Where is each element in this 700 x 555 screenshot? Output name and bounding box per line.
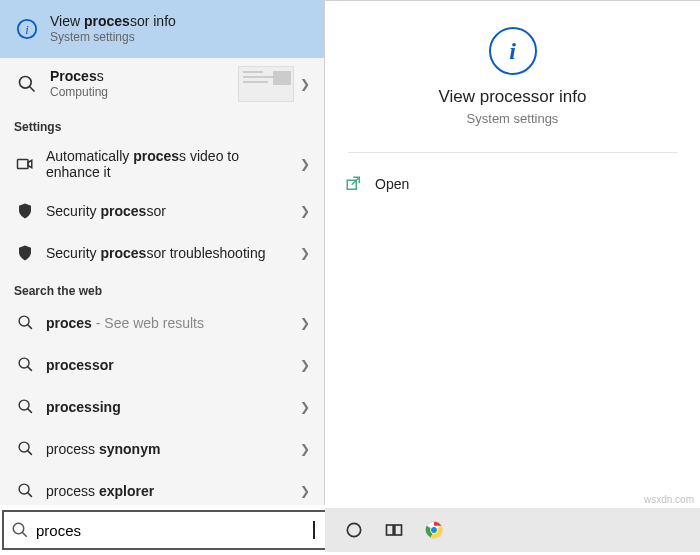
- search-box[interactable]: [2, 510, 327, 550]
- search-icon: [14, 438, 36, 460]
- svg-rect-4: [18, 159, 29, 168]
- info-icon: i: [14, 16, 40, 42]
- svg-point-9: [19, 400, 29, 410]
- chevron-right-icon: ❯: [294, 484, 310, 498]
- section-header-settings: Settings: [0, 110, 324, 138]
- search-icon: [14, 312, 36, 334]
- web-suggestion-item[interactable]: proces - See web results ❯: [0, 302, 324, 344]
- web-suggestion-item[interactable]: process explorer ❯: [0, 470, 324, 505]
- search-results-pane: i View processor info System settings: [0, 0, 325, 505]
- svg-point-11: [19, 442, 29, 452]
- svg-line-10: [27, 409, 31, 413]
- detail-subtitle: System settings: [467, 111, 559, 126]
- svg-rect-23: [387, 525, 394, 535]
- open-icon: [345, 175, 363, 193]
- svg-point-27: [431, 527, 437, 533]
- chevron-right-icon: ❯: [294, 77, 310, 91]
- secondary-result-text: Process Computing: [50, 67, 232, 101]
- secondary-result-item[interactable]: Process Computing ❯: [0, 58, 324, 110]
- chevron-right-icon: ❯: [294, 358, 310, 372]
- search-input[interactable]: [36, 512, 313, 548]
- svg-text:i: i: [25, 22, 29, 36]
- search-icon: [14, 354, 36, 376]
- svg-point-7: [19, 358, 29, 368]
- chevron-right-icon: ❯: [294, 400, 310, 414]
- svg-line-8: [27, 367, 31, 371]
- search-icon: [14, 396, 36, 418]
- search-icon: [4, 521, 36, 539]
- svg-point-22: [347, 523, 360, 536]
- web-suggestion-item[interactable]: process synonym ❯: [0, 428, 324, 470]
- settings-item[interactable]: Automatically process video to enhance i…: [0, 138, 324, 190]
- divider: [348, 152, 678, 153]
- svg-line-6: [27, 325, 31, 329]
- chevron-right-icon: ❯: [294, 442, 310, 456]
- open-label: Open: [375, 176, 409, 192]
- svg-line-21: [22, 532, 27, 537]
- best-match-item[interactable]: i View processor info System settings: [0, 0, 324, 58]
- best-match-text: View processor info System settings: [50, 12, 310, 46]
- svg-line-3: [30, 86, 35, 91]
- svg-point-5: [19, 316, 29, 326]
- chevron-right-icon: ❯: [294, 157, 310, 171]
- bottom-bar: [0, 505, 700, 555]
- section-header-web: Search the web: [0, 274, 324, 302]
- svg-rect-24: [395, 525, 402, 535]
- svg-line-12: [27, 451, 31, 455]
- svg-point-13: [19, 484, 29, 494]
- cortana-icon[interactable]: [343, 519, 365, 541]
- result-thumbnail: [238, 66, 294, 102]
- info-icon: i: [489, 27, 537, 75]
- shield-icon: [14, 200, 36, 222]
- detail-pane: i View processor info System settings Op…: [325, 0, 700, 505]
- chrome-icon[interactable]: [423, 519, 445, 541]
- video-icon: [14, 153, 36, 175]
- task-view-icon[interactable]: [383, 519, 405, 541]
- settings-item[interactable]: Security processor troubleshooting ❯: [0, 232, 324, 274]
- shield-icon: [14, 242, 36, 264]
- text-caret: [313, 521, 315, 539]
- svg-line-14: [27, 493, 31, 497]
- search-icon: [14, 71, 40, 97]
- search-icon: [14, 480, 36, 502]
- chevron-right-icon: ❯: [294, 316, 310, 330]
- chevron-right-icon: ❯: [294, 204, 310, 218]
- settings-item[interactable]: Security processor ❯: [0, 190, 324, 232]
- watermark: wsxdn.com: [644, 494, 694, 505]
- web-suggestion-item[interactable]: processor ❯: [0, 344, 324, 386]
- detail-title: View processor info: [438, 87, 586, 107]
- chevron-right-icon: ❯: [294, 246, 310, 260]
- taskbar: [325, 508, 700, 552]
- web-suggestion-item[interactable]: processing ❯: [0, 386, 324, 428]
- svg-point-20: [13, 523, 24, 534]
- open-action[interactable]: Open: [325, 169, 700, 199]
- svg-point-2: [20, 76, 32, 88]
